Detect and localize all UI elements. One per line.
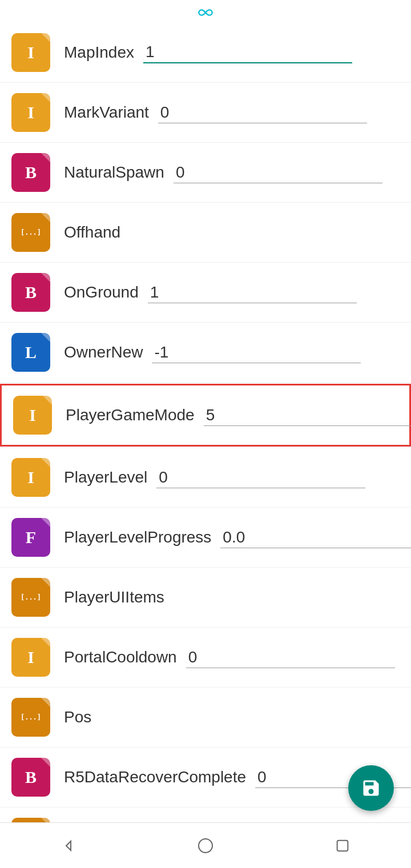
item-label-mark-variant: MarkVariant [64, 103, 149, 122]
list-item-owner-new: LOwnerNew [0, 323, 411, 383]
type-icon-letter: I [27, 468, 34, 487]
item-content-portal-cooldown: PortalCooldown [64, 647, 400, 668]
item-label-r5-data-recover-complete: R5DataRecoverComplete [64, 768, 246, 786]
property-list: IMapIndexIMarkVariantBNaturalSpawn[...]O… [0, 23, 411, 868]
list-item-natural-spawn: BNaturalSpawn [0, 143, 411, 203]
icon-corner-fold [41, 93, 50, 102]
icon-badge-player-game-mode: I [13, 396, 52, 435]
icon-corner-fold [41, 458, 50, 467]
info-icon-container [0, 0, 411, 23]
type-icon-letter: I [27, 103, 34, 122]
array-icon-label: [...] [21, 228, 41, 236]
item-content-pos: Pos [64, 708, 400, 726]
list-item-player-ui-items: [...]PlayerUIItems [0, 568, 411, 628]
list-item-pos: [...]Pos [0, 688, 411, 748]
item-label-on-ground: OnGround [64, 283, 139, 302]
item-input-player-level[interactable] [156, 467, 365, 488]
list-item-player-level: IPlayerLevel [0, 448, 411, 508]
array-icon-label: [...] [21, 593, 41, 601]
icon-corner-fold [41, 638, 50, 647]
item-content-map-index: MapIndex [64, 42, 400, 63]
icon-badge-player-level: I [11, 458, 50, 497]
home-button[interactable] [196, 837, 215, 855]
icon-corner-fold [41, 333, 50, 342]
list-item-player-game-mode: IPlayerGameMode [0, 384, 411, 447]
icon-badge-mark-variant: I [11, 93, 50, 132]
back-icon [59, 837, 78, 855]
home-icon [196, 837, 215, 855]
back-button[interactable] [59, 837, 78, 855]
item-input-player-game-mode[interactable] [204, 405, 411, 426]
item-content-natural-spawn: NaturalSpawn [64, 162, 400, 183]
icon-badge-player-level-progress: F [11, 518, 50, 557]
item-content-player-ui-items: PlayerUIItems [64, 588, 400, 606]
item-label-map-index: MapIndex [64, 43, 134, 62]
recent-button[interactable] [333, 837, 352, 855]
recent-icon [333, 837, 352, 855]
icon-corner-fold [41, 273, 50, 282]
type-icon-letter: B [25, 163, 37, 182]
item-input-mark-variant[interactable] [158, 102, 367, 123]
list-item-mark-variant: IMarkVariant [0, 83, 411, 143]
item-label-player-level: PlayerLevel [64, 468, 147, 487]
item-label-pos: Pos [64, 708, 91, 726]
type-icon-letter: L [25, 343, 37, 362]
item-input-owner-new[interactable] [152, 342, 361, 363]
icon-corner-fold [41, 213, 50, 222]
item-content-offhand: Offhand [64, 223, 400, 242]
list-item-r5-data-recover-complete: BR5DataRecoverComplete [0, 748, 411, 807]
list-item-portal-cooldown: IPortalCooldown [0, 628, 411, 688]
item-content-on-ground: OnGround [64, 282, 400, 303]
item-label-natural-spawn: NaturalSpawn [64, 163, 164, 182]
list-item-on-ground: BOnGround [0, 263, 411, 323]
list-item-player-level-progress: FPlayerLevelProgress [0, 508, 411, 568]
type-icon-letter: F [26, 528, 36, 547]
item-input-map-index[interactable] [143, 42, 352, 63]
type-icon-letter: I [27, 43, 34, 62]
type-icon-letter: B [25, 767, 37, 787]
icon-badge-player-ui-items: [...] [11, 578, 50, 617]
svg-rect-2 [337, 840, 348, 851]
item-content-mark-variant: MarkVariant [64, 102, 400, 123]
icon-badge-pos: [...] [11, 698, 50, 737]
type-icon-letter: I [29, 405, 36, 425]
icon-badge-portal-cooldown: I [11, 638, 50, 677]
svg-point-1 [199, 839, 212, 853]
item-label-owner-new: OwnerNew [64, 343, 143, 361]
icon-badge-owner-new: L [11, 333, 50, 372]
list-item-offhand: [...]Offhand [0, 203, 411, 263]
item-content-player-level-progress: PlayerLevelProgress [64, 527, 411, 548]
icon-corner-fold [41, 33, 50, 42]
icon-badge-r5-data-recover-complete: B [11, 758, 50, 797]
icon-badge-on-ground: B [11, 273, 50, 312]
icon-badge-map-index: I [11, 33, 50, 72]
icon-corner-fold [41, 153, 50, 162]
array-icon-label: [...] [21, 713, 41, 721]
icon-corner-fold [41, 698, 50, 707]
svg-marker-0 [66, 841, 71, 850]
item-label-portal-cooldown: PortalCooldown [64, 648, 177, 666]
icon-corner-fold [43, 396, 52, 405]
icon-corner-fold [41, 518, 50, 527]
icon-corner-fold [41, 578, 50, 587]
item-content-player-level: PlayerLevel [64, 467, 400, 488]
item-content-player-game-mode: PlayerGameMode [66, 405, 411, 426]
type-icon-letter: I [27, 648, 34, 667]
bottom-navigation [0, 822, 411, 868]
item-input-player-level-progress[interactable] [220, 527, 411, 548]
item-input-portal-cooldown[interactable] [186, 647, 395, 668]
save-fab[interactable] [348, 765, 394, 811]
infinity-icon [198, 5, 213, 21]
item-input-natural-spawn[interactable] [174, 162, 382, 183]
icon-badge-offhand: [...] [11, 213, 50, 252]
item-label-player-level-progress: PlayerLevelProgress [64, 528, 211, 546]
icon-badge-natural-spawn: B [11, 153, 50, 192]
type-icon-letter: B [25, 283, 37, 302]
icon-corner-fold [41, 758, 50, 767]
item-content-owner-new: OwnerNew [64, 342, 400, 363]
list-item-map-index: IMapIndex [0, 23, 411, 83]
save-icon [361, 778, 381, 798]
item-label-player-ui-items: PlayerUIItems [64, 588, 164, 606]
item-input-on-ground[interactable] [148, 282, 357, 303]
item-label-offhand: Offhand [64, 223, 120, 242]
